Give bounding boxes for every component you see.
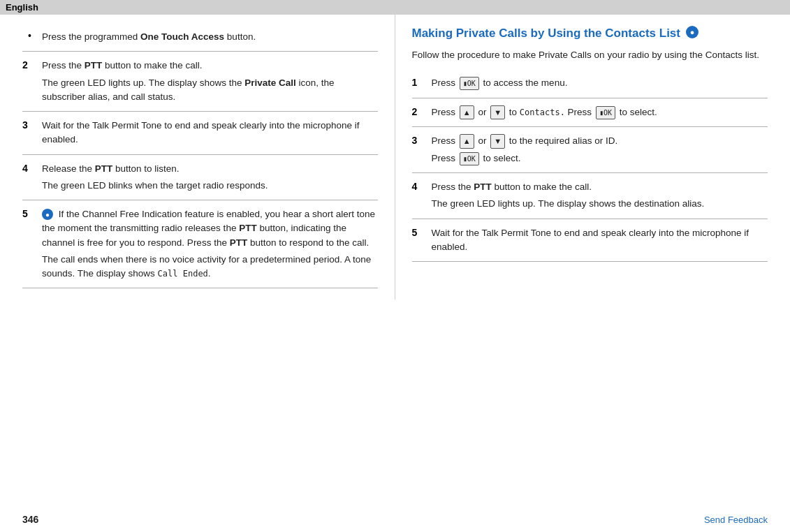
step-5-number: 5 [22,207,42,281]
right-column: Making Private Calls by Using the Contac… [395,15,791,300]
arrow-down-icon-3: ▼ [490,134,505,149]
right-step-2-p1: Press ▲ or ▼ to Contacts. Press ▮OK to s… [432,105,768,120]
step-4-content: Release the PTT button to listen. The gr… [42,162,378,193]
step-3-p1: Wait for the Talk Permit Tone to end and… [42,119,378,147]
right-step-4-content: Press the PTT button to make the call. T… [432,180,768,212]
right-step-3-block: 3 Press ▲ or ▼ to the required alias or … [412,127,768,173]
right-step-2-content: Press ▲ or ▼ to Contacts. Press ▮OK to s… [432,105,768,120]
right-step-3-content: Press ▲ or ▼ to the required alias or ID… [432,134,768,165]
right-step-1-block: 1 Press ▮OK to access the menu. [412,69,768,98]
right-step-3-p1: Press ▲ or ▼ to the required alias or ID… [432,134,768,149]
right-step-4-p1: Press the PTT button to make the call. [432,180,768,194]
step-5-p2: The call ends when there is no voice act… [42,253,378,281]
right-step-4-block: 4 Press the PTT button to make the call.… [412,173,768,219]
right-step-4-number: 4 [412,180,432,212]
step-2-block: 2 Press the PTT button to make the call.… [22,52,378,112]
step-4-number: 4 [22,162,42,193]
right-step-5-number: 5 [412,226,432,255]
step-2-p1: Press the PTT button to make the call. [42,59,378,73]
section-title-text: Making Private Calls by Using the Contac… [412,26,680,41]
section-intro: Follow the procedure to make Private Cal… [412,48,768,62]
right-step-3-p2: Press ▮OK to select. [432,152,768,165]
step-2-content: Press the PTT button to make the call. T… [42,59,378,104]
ok-button-icon-2: ▮OK [596,106,615,119]
ok-button-icon-1: ▮OK [460,77,479,90]
language-bar: English [0,0,790,15]
step-2-number: 2 [22,59,42,104]
step-3-number: 3 [22,119,42,147]
info-icon: ● [42,209,53,220]
bullet-content: Press the programmed One Touch Access bu… [42,30,378,44]
ok-button-icon-3: ▮OK [460,152,479,165]
right-step-2-block: 2 Press ▲ or ▼ to Contacts. Press ▮OK to… [412,98,768,128]
right-step-4-p2: The green LED lights up. The display sho… [432,197,768,211]
footer: 346 Send Feedback [0,514,790,525]
step-3-block: 3 Wait for the Talk Permit Tone to end a… [22,112,378,155]
language-label: English [6,2,38,13]
send-feedback-link[interactable]: Send Feedback [704,515,768,525]
content-area: • Press the programmed One Touch Access … [0,15,790,300]
right-step-1-p1: Press ▮OK to access the menu. [432,76,768,90]
step-5-block: 5 ● If the Channel Free Indication featu… [22,200,378,288]
one-touch-bold: One Touch Access [140,31,224,42]
left-column: • Press the programmed One Touch Access … [0,15,395,300]
page-container: English • Press the programmed One Touch… [0,0,790,532]
arrow-up-icon-2: ▲ [460,105,474,120]
arrow-up-icon-3: ▲ [460,134,474,149]
bullet-block: • Press the programmed One Touch Access … [22,26,378,52]
arrow-down-icon-2: ▼ [490,105,505,120]
page-number: 346 [22,514,38,525]
step-5-content: ● If the Channel Free Indication feature… [42,207,378,281]
right-step-5-content: Wait for the Talk Permit Tone to end and… [432,226,768,255]
step-4-p2: The green LED blinks when the target rad… [42,179,378,193]
right-step-5-block: 5 Wait for the Talk Permit Tone to end a… [412,219,768,263]
step-3-content: Wait for the Talk Permit Tone to end and… [42,119,378,147]
step-4-p1: Release the PTT button to listen. [42,162,378,176]
section-title: Making Private Calls by Using the Contac… [412,26,768,41]
right-step-5-p1: Wait for the Talk Permit Tone to end and… [432,226,768,255]
bullet-mark: • [22,30,42,44]
right-step-3-number: 3 [412,134,432,165]
right-step-2-number: 2 [412,105,432,120]
right-step-1-number: 1 [412,76,432,90]
step-5-p1: ● If the Channel Free Indication feature… [42,207,378,250]
contacts-globe-icon: ● [686,26,698,38]
step-2-p2: The green LED lights up. The display sho… [42,76,378,105]
step-4-block: 4 Release the PTT button to listen. The … [22,155,378,201]
right-step-1-content: Press ▮OK to access the menu. [432,76,768,90]
